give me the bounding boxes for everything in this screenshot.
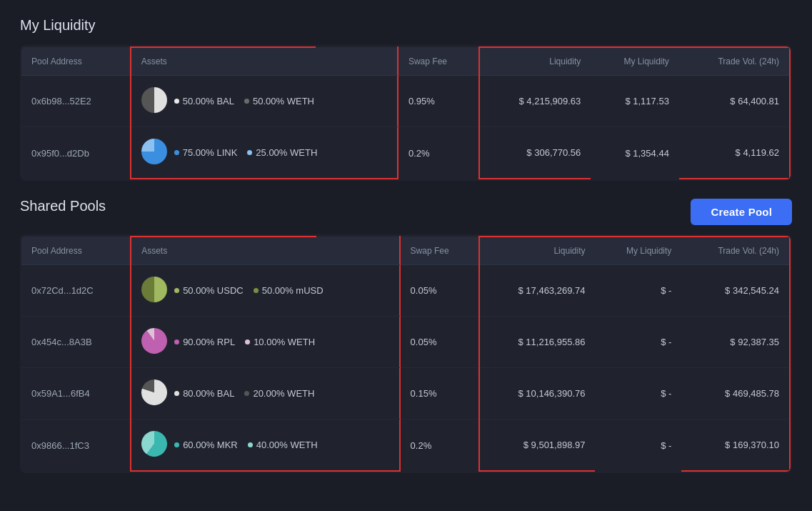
- create-pool-button[interactable]: Create Pool: [691, 199, 792, 225]
- asset-text: 60.00% MKR: [183, 440, 238, 450]
- pool-address-cell: 0x6b98...52E2: [21, 76, 131, 127]
- asset-label: 20.00% WETH: [244, 388, 314, 399]
- col-header-my-liquidity: My Liquidity: [591, 47, 679, 76]
- shared-pools-table: Pool Address Assets Swap Fee Liquidity M…: [20, 234, 792, 473]
- trade-vol-cell: $ 469,485.78: [681, 368, 790, 420]
- asset-text: 50.00% BAL: [183, 96, 234, 106]
- sp-col-header-liquidity: Liquidity: [479, 237, 596, 265]
- asset-dot: [248, 442, 253, 447]
- asset-dot: [174, 442, 179, 447]
- sp-col-header-spacer: [316, 237, 399, 265]
- assets-cell: 75.00% LINK25.00% WETH: [131, 127, 398, 179]
- my-liquidity-cell: $ 1,117.53: [591, 76, 679, 127]
- assets-cell: 90.00% RPL10.00% WETH: [131, 317, 399, 368]
- sp-col-header-my-liquidity: My Liquidity: [595, 237, 681, 265]
- swap-fee-cell: 0.05%: [400, 265, 479, 317]
- asset-text: 10.00% WETH: [254, 337, 315, 347]
- sp-col-header-trade-vol: Trade Vol. (24h): [681, 237, 790, 265]
- sp-col-header-pool-addr: Pool Address: [21, 237, 131, 265]
- pie-chart: [141, 87, 167, 115]
- table-row: 0x59A1...6fB480.00% BAL20.00% WETH0.15%$…: [21, 368, 790, 420]
- asset-dot: [244, 391, 249, 396]
- asset-text: 80.00% BAL: [183, 388, 234, 399]
- trade-vol-cell: $ 169,370.10: [681, 420, 790, 472]
- shared-pools-title: Shared Pools: [20, 198, 106, 214]
- swap-fee-cell: 0.95%: [398, 76, 479, 127]
- liquidity-cell: $ 10,146,390.76: [479, 368, 596, 420]
- table-row: 0x6b98...52E250.00% BAL50.00% WETH0.95%$…: [21, 76, 790, 127]
- asset-label: 50.00% USDC: [174, 285, 244, 296]
- swap-fee-cell: 0.2%: [398, 127, 479, 179]
- pie-chart: [141, 328, 167, 356]
- pie-chart: [141, 139, 167, 167]
- asset-label: 50.00% BAL: [174, 96, 234, 106]
- pie-chart: [141, 277, 167, 304]
- asset-label: 60.00% MKR: [174, 440, 238, 450]
- col-header-assets: Assets: [131, 47, 316, 76]
- pool-address-cell: 0x454c...8A3B: [21, 317, 131, 368]
- trade-vol-cell: $ 64,400.81: [679, 76, 790, 127]
- asset-dot: [174, 150, 179, 155]
- my-liquidity-cell: $ -: [595, 317, 681, 368]
- pie-chart: [141, 379, 167, 407]
- pool-address-cell: 0x9866...1fC3: [21, 420, 131, 472]
- pool-address-cell: 0x95f0...d2Db: [21, 127, 131, 179]
- shared-pools-header-row: Pool Address Assets Swap Fee Liquidity M…: [21, 237, 790, 265]
- trade-vol-cell: $ 4,119.62: [679, 127, 790, 179]
- pie-chart: [141, 431, 167, 459]
- asset-label: 25.00% WETH: [247, 147, 317, 158]
- liquidity-cell: $ 9,501,898.97: [479, 420, 596, 472]
- assets-cell: 60.00% MKR40.00% WETH: [131, 420, 399, 472]
- asset-dot: [174, 288, 179, 293]
- col-header-spacer: [316, 47, 398, 76]
- liquidity-cell: $ 4,215,909.63: [479, 76, 591, 127]
- liquidity-cell: $ 306,770.56: [479, 127, 591, 179]
- my-liquidity-table: Pool Address Assets Swap Fee Liquidity M…: [20, 45, 792, 181]
- asset-label: 10.00% WETH: [245, 337, 315, 347]
- asset-text: 20.00% WETH: [253, 388, 314, 399]
- swap-fee-cell: 0.15%: [400, 368, 479, 420]
- my-liquidity-cell: $ -: [595, 265, 681, 317]
- my-liquidity-header-row: Pool Address Assets Swap Fee Liquidity M…: [21, 47, 790, 76]
- sp-col-header-swap-fee: Swap Fee: [400, 237, 479, 265]
- asset-label: 75.00% LINK: [174, 147, 238, 158]
- col-header-swap-fee: Swap Fee: [398, 47, 479, 76]
- my-liquidity-cell: $ -: [595, 420, 681, 472]
- sp-col-header-assets: Assets: [131, 237, 316, 265]
- col-header-trade-vol: Trade Vol. (24h): [679, 47, 790, 76]
- asset-dot: [174, 339, 179, 344]
- asset-label: 50.00% WETH: [244, 96, 314, 106]
- table-row: 0x454c...8A3B90.00% RPL10.00% WETH0.05%$…: [21, 317, 790, 368]
- liquidity-cell: $ 17,463,269.74: [479, 265, 596, 317]
- assets-cell: 50.00% USDC50.00% mUSD: [131, 265, 399, 317]
- asset-text: 90.00% RPL: [183, 337, 235, 347]
- assets-cell: 80.00% BAL20.00% WETH: [131, 368, 399, 420]
- asset-text: 50.00% WETH: [253, 96, 314, 106]
- shared-pools-header: Shared Pools Create Pool: [20, 198, 792, 226]
- asset-dot: [245, 339, 250, 344]
- col-header-liquidity: Liquidity: [479, 47, 591, 76]
- my-liquidity-cell: $ -: [595, 368, 681, 420]
- pool-address-cell: 0x72Cd...1d2C: [21, 265, 131, 317]
- liquidity-cell: $ 11,216,955.86: [479, 317, 596, 368]
- swap-fee-cell: 0.2%: [400, 420, 479, 472]
- asset-text: 25.00% WETH: [256, 147, 317, 158]
- pool-address-cell: 0x59A1...6fB4: [21, 368, 131, 420]
- trade-vol-cell: $ 92,387.35: [681, 317, 790, 368]
- asset-dot: [244, 99, 249, 104]
- asset-text: 75.00% LINK: [183, 147, 238, 158]
- asset-label: 50.00% mUSD: [254, 285, 324, 296]
- swap-fee-cell: 0.05%: [400, 317, 479, 368]
- asset-label: 80.00% BAL: [174, 388, 234, 399]
- asset-dot: [174, 99, 179, 104]
- my-liquidity-section: My Liquidity Pool Address Assets Swap Fe…: [20, 17, 792, 181]
- asset-dot: [247, 150, 252, 155]
- asset-text: 50.00% USDC: [183, 285, 244, 296]
- table-row: 0x95f0...d2Db75.00% LINK25.00% WETH0.2%$…: [21, 127, 790, 179]
- assets-cell: 50.00% BAL50.00% WETH: [131, 76, 398, 127]
- asset-label: 40.00% WETH: [248, 440, 318, 450]
- my-liquidity-title: My Liquidity: [20, 17, 792, 34]
- col-header-pool-addr: Pool Address: [21, 47, 131, 76]
- asset-text: 40.00% WETH: [256, 440, 318, 450]
- asset-dot: [254, 288, 259, 293]
